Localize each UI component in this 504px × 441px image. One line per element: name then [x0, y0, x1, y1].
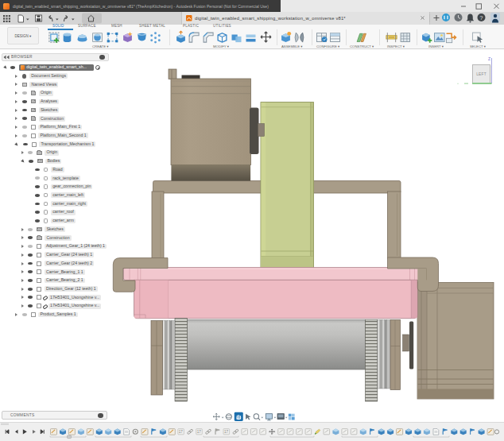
svg-text:?: ?: [480, 15, 483, 21]
svg-text:17: 17: [197, 430, 202, 434]
svg-text:Z: Z: [488, 56, 490, 61]
svg-text:17: 17: [224, 430, 229, 434]
svg-text:17: 17: [179, 430, 184, 434]
